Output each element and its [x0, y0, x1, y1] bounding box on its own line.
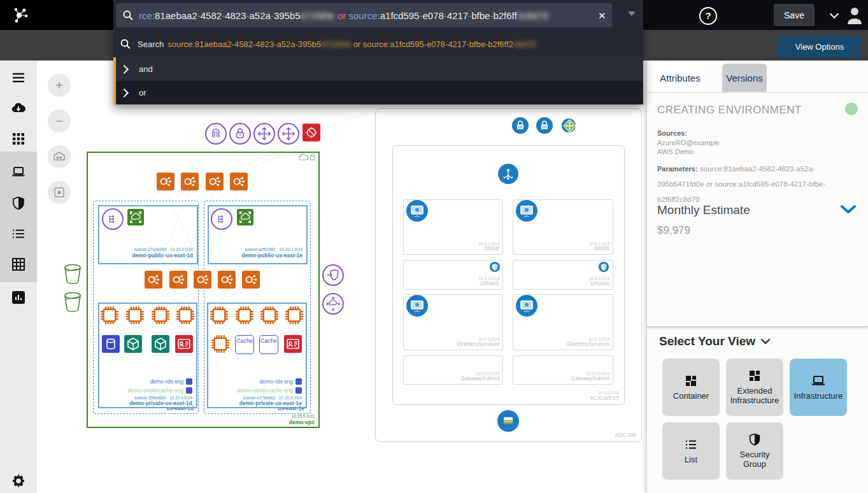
apps-grid-icon[interactable] — [11, 131, 26, 146]
ec2-instance-icon[interactable] — [260, 306, 279, 325]
router-icon[interactable] — [102, 208, 124, 230]
azure-vm-icon[interactable] — [516, 200, 537, 222]
view-button-label: Container — [673, 392, 709, 401]
zoom-in-button[interactable]: + — [48, 74, 71, 97]
hava-logo-icon — [10, 5, 32, 25]
operator-option-and[interactable]: and — [113, 57, 643, 81]
infrastructure-view-icon[interactable] — [11, 164, 26, 180]
azure-vm-icon[interactable] — [406, 200, 428, 222]
load-balancer-icon[interactable] — [181, 173, 199, 190]
subnet-name-label: GatewaySubnet — [410, 375, 499, 382]
ec2-instance-icon[interactable] — [151, 306, 170, 325]
internet-gateway-icon[interactable] — [205, 123, 227, 145]
menu-icon[interactable] — [11, 70, 26, 85]
fit-to-screen-button[interactable] — [48, 145, 71, 168]
transit-gateway-icon[interactable] — [322, 293, 344, 315]
load-balancer-icon[interactable] — [206, 173, 224, 190]
network-acl-lock-icon[interactable] — [229, 123, 251, 145]
ec2-instance-icon[interactable] — [211, 334, 230, 354]
tab-versions[interactable]: Versions — [722, 64, 767, 92]
azure-load-balancer-icon[interactable] — [498, 164, 518, 184]
center-focus-button[interactable] — [48, 181, 71, 204]
save-button[interactable]: Save — [774, 4, 815, 26]
ec2-instance-icon[interactable] — [210, 306, 229, 325]
nsg-shield-icon[interactable] — [490, 262, 500, 272]
nat-gateway-icon[interactable] — [237, 209, 253, 225]
estimate-chevron-icon[interactable] — [840, 204, 857, 215]
subscription-card-icon[interactable] — [497, 410, 519, 432]
view-button-list[interactable]: List — [662, 422, 720, 480]
load-balancer-icon[interactable] — [157, 173, 174, 190]
azure-subnet-gateway[interactable]: 10.5.10.0/24 GatewaySubnet — [403, 355, 503, 385]
search-input[interactable]: rce:81aebaa2-4582-4823-a52a-395b5471fd0e… — [116, 3, 612, 27]
help-icon[interactable]: ? — [699, 7, 717, 25]
subnet-id-label: subnet-b2fb2881 · 10.20.1.0/24 — [213, 247, 302, 252]
search-icon — [122, 10, 134, 21]
tab-attributes[interactable]: Attributes — [656, 64, 704, 92]
select-view-heading: Select Your View — [659, 334, 771, 348]
view-options-button[interactable]: View Options — [778, 36, 861, 58]
s3-bucket-icon[interactable] — [63, 291, 82, 313]
waf-icon[interactable] — [302, 124, 320, 141]
settings-gear-icon[interactable] — [11, 473, 26, 489]
operator-option-or[interactable]: or — [113, 81, 643, 104]
search-dropdown: rce:81aebaa2-4582-4823-a52a-395b5471fd0e… — [113, 0, 643, 104]
route-table-icon[interactable] — [278, 123, 299, 145]
cloud-download-icon[interactable] — [11, 101, 26, 116]
ec2-instance-icon[interactable] — [235, 306, 254, 325]
security-group-view-icon — [748, 432, 762, 447]
reports-icon[interactable] — [11, 290, 26, 305]
subnet-name-label: demo-private-us-east-1d — [103, 400, 192, 406]
load-balancer-icon[interactable] — [230, 173, 248, 190]
elasticache-node-icon[interactable] — [124, 335, 142, 353]
network-security-lock-icon[interactable] — [512, 117, 529, 134]
user-avatar-icon[interactable] — [846, 5, 864, 25]
nsg-shield-icon[interactable] — [599, 262, 609, 272]
view-button-security-group[interactable]: Security Group — [726, 422, 783, 480]
view-button-extended-infrastructure[interactable]: Extended Infrastructure — [726, 359, 783, 416]
subnet-name-label: demo-public-us-east-1e — [213, 252, 302, 259]
firewall-shield-icon[interactable] — [322, 264, 344, 286]
network-security-lock-icon[interactable] — [536, 117, 553, 134]
license-card-icon[interactable] — [284, 335, 302, 353]
ec2-instance-icon[interactable] — [176, 306, 195, 325]
load-balancer-icon[interactable] — [169, 271, 187, 289]
clear-search-button[interactable]: ✕ — [594, 9, 607, 22]
sg-chip-icon — [295, 378, 302, 385]
traffic-manager-icon[interactable] — [560, 117, 578, 134]
load-balancer-icon[interactable] — [242, 271, 260, 289]
search-dropdown-toggle-icon[interactable] — [628, 11, 636, 16]
subnet-name-label: DRWeb — [410, 280, 499, 287]
rds-instance-icon[interactable] — [102, 335, 120, 353]
license-card-icon[interactable] — [175, 335, 193, 353]
search-suggestion-row[interactable]: Search source:81aebaa2-4582-4823-a52a-39… — [113, 31, 643, 57]
elasticache-node-icon[interactable] — [152, 335, 169, 353]
view-button-container[interactable]: Container — [662, 359, 720, 416]
list-view-icon[interactable] — [11, 226, 26, 241]
router-icon[interactable] — [211, 208, 232, 230]
select-view-chevron-icon[interactable] — [760, 338, 771, 345]
load-balancer-icon[interactable] — [194, 271, 211, 289]
load-balancer-icon[interactable] — [145, 271, 162, 289]
ec2-instance-icon[interactable] — [100, 306, 119, 325]
ec2-instance-icon[interactable] — [285, 306, 304, 325]
environment-status-heading: CREATING ENVIRONMENT — [657, 104, 802, 117]
azure-subnet-gateway[interactable]: 10.5.10.0/24 GatewaySubnet — [513, 355, 613, 385]
azure-vm-icon[interactable] — [406, 295, 428, 317]
azure-env-name-label: KDC-DR — [560, 432, 636, 438]
ec2-instance-icon[interactable] — [125, 306, 145, 325]
subnet-name-label: demo-public-us-east-1d — [104, 252, 193, 259]
security-group-view-icon[interactable] — [11, 196, 26, 211]
zoom-out-button[interactable]: − — [48, 110, 71, 132]
load-balancer-icon[interactable] — [218, 271, 236, 289]
cache-node-box[interactable]: Cache — [259, 335, 278, 354]
azure-subnet-drweb[interactable]: 10.5.2.0/24 DRWeb — [403, 260, 503, 290]
s3-bucket-icon[interactable] — [63, 263, 82, 285]
azure-vm-icon[interactable] — [516, 295, 537, 317]
nat-gateway-icon[interactable] — [127, 209, 144, 225]
cache-node-box[interactable]: Cache — [235, 335, 254, 354]
route-table-icon[interactable] — [253, 123, 275, 145]
view-button-infrastructure[interactable]: Infrastructure — [790, 359, 847, 416]
grid-view-icon[interactable] — [11, 257, 26, 272]
select-view-label: Select Your View — [659, 334, 755, 348]
